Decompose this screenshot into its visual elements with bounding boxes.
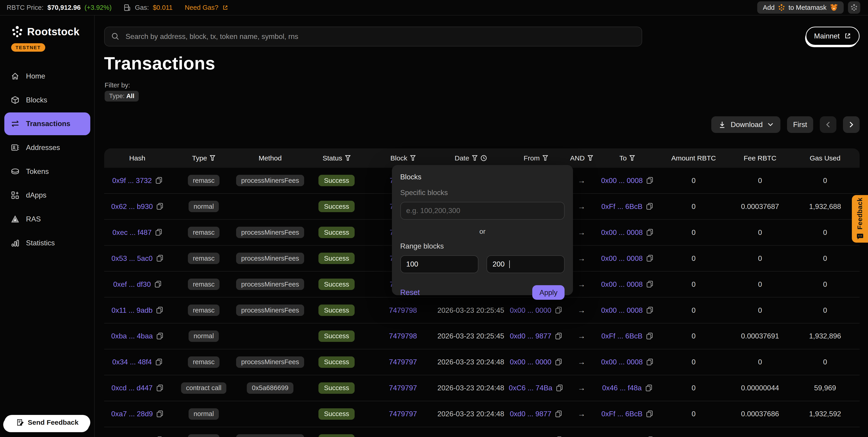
- copy-icon[interactable]: [555, 410, 562, 418]
- add-to-metamask-button[interactable]: Add to Metamask: [757, 1, 844, 13]
- range-to-input[interactable]: [487, 255, 564, 273]
- tx-hash-link[interactable]: 0xef ... df30: [113, 280, 151, 289]
- clock-icon[interactable]: [480, 155, 487, 162]
- to-address-link[interactable]: 0x46 ... f48a: [602, 384, 642, 392]
- to-address-link[interactable]: 0x00 ... 0008: [601, 280, 643, 289]
- column-header[interactable]: Block: [370, 154, 436, 162]
- search-bar[interactable]: [104, 27, 642, 47]
- from-address-link[interactable]: 0xd0 ... 9877: [510, 332, 551, 340]
- to-address-link[interactable]: 0x00 ... 0008: [601, 358, 643, 366]
- prev-page-button[interactable]: [820, 116, 836, 133]
- column-header[interactable]: Hash: [104, 154, 170, 162]
- block-link[interactable]: 7479797: [389, 358, 417, 366]
- sidebar-item-tokens[interactable]: Tokens: [0, 159, 95, 183]
- tx-hash-link[interactable]: 0xec ... f487: [112, 228, 152, 237]
- column-header[interactable]: Status: [304, 154, 370, 162]
- column-header[interactable]: Fee RBTC: [730, 154, 790, 162]
- sidebar-item-blocks[interactable]: Blocks: [0, 88, 95, 112]
- from-address-link[interactable]: 0x00 ... 0000: [510, 436, 551, 437]
- filter-funnel-icon[interactable]: [472, 155, 477, 161]
- copy-icon[interactable]: [156, 203, 163, 210]
- copy-icon[interactable]: [555, 332, 562, 340]
- from-address-link[interactable]: 0xd0 ... 9877: [510, 410, 551, 418]
- sidebar-item-dapps[interactable]: dApps: [0, 183, 95, 207]
- filter-funnel-icon[interactable]: [210, 155, 215, 161]
- feedback-tab[interactable]: Feedback: [852, 195, 868, 243]
- rootstock-mini-button[interactable]: [848, 1, 860, 13]
- to-address-link[interactable]: 0x00 ... 0008: [601, 176, 643, 185]
- need-gas-link[interactable]: Need Gas?: [185, 4, 218, 11]
- filter-funnel-icon[interactable]: [629, 155, 635, 161]
- tx-hash-link[interactable]: 0x62 ... b930: [111, 202, 153, 211]
- tx-hash-link[interactable]: 0x11 ... 9adb: [112, 306, 153, 315]
- column-header[interactable]: AND: [566, 154, 597, 162]
- column-header[interactable]: Method: [237, 154, 304, 162]
- to-address-link[interactable]: 0x00 ... 0008: [601, 306, 643, 315]
- column-header[interactable]: From: [505, 154, 566, 162]
- copy-icon[interactable]: [156, 384, 163, 392]
- tx-hash-link[interactable]: 0x34 ... 48f4: [112, 358, 152, 366]
- copy-icon[interactable]: [646, 436, 653, 437]
- copy-icon[interactable]: [156, 332, 163, 340]
- tx-hash-link[interactable]: 0xba ... 4baa: [111, 332, 153, 340]
- search-input[interactable]: [124, 32, 635, 41]
- filter-funnel-icon[interactable]: [345, 155, 350, 161]
- reset-button[interactable]: Reset: [400, 288, 420, 297]
- tx-hash-link[interactable]: 0xcd ... d447: [112, 384, 153, 392]
- column-header[interactable]: Gas Used: [790, 154, 860, 162]
- filter-funnel-icon[interactable]: [542, 155, 548, 161]
- sidebar-item-addresses[interactable]: Addresses: [0, 136, 95, 159]
- copy-icon[interactable]: [556, 384, 563, 392]
- tx-hash-link[interactable]: 0xa7 ... 28d9: [111, 410, 153, 418]
- copy-icon[interactable]: [646, 177, 653, 184]
- block-link[interactable]: 7479798: [389, 332, 417, 340]
- copy-icon[interactable]: [646, 203, 653, 210]
- sidebar-item-statistics[interactable]: Statistics: [0, 231, 95, 255]
- from-address-link[interactable]: 0xC6 ... 74Ba: [509, 384, 553, 392]
- copy-icon[interactable]: [156, 255, 163, 262]
- to-address-link[interactable]: 0xFf ... 6BcB: [601, 332, 643, 340]
- to-address-link[interactable]: 0xFf ... 6BcB: [601, 202, 643, 211]
- filter-funnel-icon[interactable]: [588, 155, 593, 161]
- copy-icon[interactable]: [555, 436, 562, 437]
- copy-icon[interactable]: [154, 281, 161, 288]
- sidebar-item-transactions[interactable]: Transactions: [4, 112, 90, 135]
- tx-hash-link[interactable]: 0x9f ... 3732: [112, 176, 152, 185]
- sidebar-item-home[interactable]: Home: [0, 64, 95, 88]
- column-header[interactable]: Amount RBTC: [658, 154, 730, 162]
- block-link[interactable]: 7479797: [389, 384, 417, 392]
- specific-blocks-input[interactable]: [400, 202, 565, 220]
- copy-icon[interactable]: [646, 410, 653, 418]
- tx-hash-link[interactable]: 0x53 ... 5ac0: [112, 254, 153, 263]
- block-link[interactable]: 7479796: [389, 436, 417, 437]
- apply-button[interactable]: Apply: [532, 285, 564, 300]
- send-feedback-button[interactable]: Send Feedback: [4, 415, 90, 430]
- copy-icon[interactable]: [155, 229, 162, 236]
- copy-icon[interactable]: [646, 229, 653, 236]
- type-filter-chip[interactable]: Type:All: [105, 91, 139, 101]
- copy-icon[interactable]: [555, 358, 562, 366]
- external-link-icon[interactable]: [222, 5, 228, 11]
- to-address-link[interactable]: 0xFf ... 6BcB: [601, 410, 643, 418]
- tx-hash-link[interactable]: 0x0d ... fe91: [112, 436, 152, 437]
- copy-icon[interactable]: [155, 358, 162, 366]
- to-address-link[interactable]: 0x00 ... 0008: [601, 254, 643, 263]
- column-header[interactable]: To: [597, 154, 658, 162]
- copy-icon[interactable]: [646, 255, 653, 262]
- copy-icon[interactable]: [155, 177, 162, 184]
- from-address-link[interactable]: 0x00 ... 0000: [510, 358, 551, 366]
- copy-icon[interactable]: [155, 436, 162, 437]
- copy-icon[interactable]: [645, 384, 652, 392]
- mainnet-button[interactable]: Mainnet: [806, 27, 860, 46]
- to-address-link[interactable]: 0x00 ... 0008: [601, 228, 643, 237]
- copy-icon[interactable]: [646, 332, 653, 340]
- copy-icon[interactable]: [156, 307, 163, 314]
- column-header[interactable]: Type: [170, 154, 237, 162]
- block-link[interactable]: 7479797: [389, 410, 417, 418]
- next-page-button[interactable]: [843, 116, 860, 133]
- copy-icon[interactable]: [646, 307, 653, 314]
- copy-icon[interactable]: [646, 358, 653, 366]
- first-page-button[interactable]: First: [787, 116, 813, 133]
- copy-icon[interactable]: [646, 281, 653, 288]
- to-address-link[interactable]: 0x00 ... 0008: [601, 436, 643, 437]
